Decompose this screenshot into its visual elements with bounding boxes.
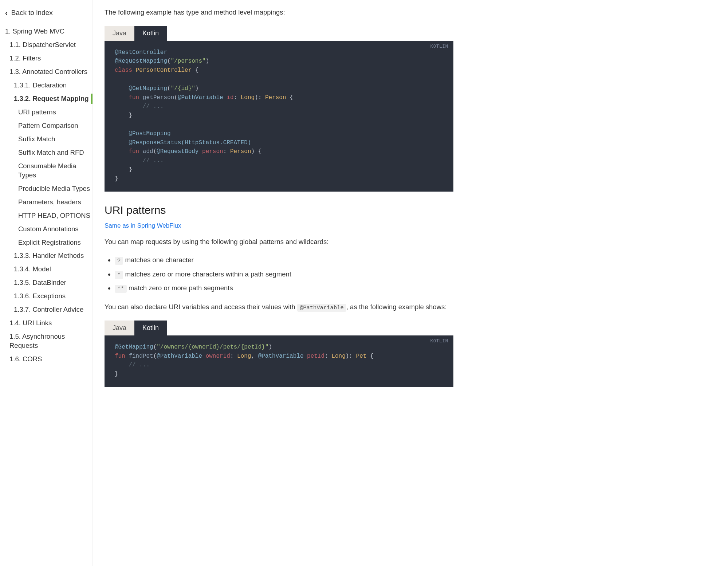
tab-kotlin[interactable]: Kotlin — [134, 26, 167, 41]
lang-badge: KOTLIN — [430, 338, 448, 343]
code-tabs: Java Kotlin — [105, 321, 453, 335]
toc-item: Producible Media Types — [5, 182, 93, 196]
chevron-left-icon: ‹ — [5, 9, 8, 16]
toc-link[interactable]: 1.3.3. Handler Methods — [5, 249, 93, 263]
toc-item: 1.5. Asynchronous Requests — [5, 330, 93, 353]
toc-link[interactable]: 1.4. URI Links — [5, 317, 93, 330]
toc-item: 1.6. CORS — [5, 353, 93, 366]
pattern-code: ? — [115, 257, 123, 265]
toc-link[interactable]: Suffix Match and RFD — [5, 146, 93, 160]
section-uri-patterns-title: URI patterns — [105, 204, 453, 216]
code-block: KOTLIN @RestController @RequestMapping("… — [105, 41, 453, 192]
toc-item: 1.1. DispatcherServlet — [5, 38, 93, 52]
toc-item: Suffix Match — [5, 133, 93, 146]
toc-link[interactable]: 1.3.7. Controller Advice — [5, 303, 93, 317]
toc-link[interactable]: Producible Media Types — [5, 182, 93, 196]
back-to-index-link[interactable]: ‹ Back to index — [5, 4, 93, 25]
code-example-1: Java Kotlin KOTLIN @RestController @Requ… — [105, 26, 453, 192]
tab-java[interactable]: Java — [105, 321, 134, 335]
toc-item: HTTP HEAD, OPTIONS — [5, 209, 93, 223]
code-example-2: Java Kotlin KOTLIN @GetMapping("/owners/… — [105, 321, 453, 387]
tab-java[interactable]: Java — [105, 26, 134, 41]
toc-link[interactable]: 1.3.4. Model — [5, 263, 93, 276]
toc-item: Explicit Registrations — [5, 236, 93, 249]
toc-item: Parameters, headers — [5, 196, 93, 209]
code-tabs: Java Kotlin — [105, 26, 453, 41]
pathvariable-code: @PathVariable — [297, 304, 346, 312]
toc-item: Consumable Media Types — [5, 160, 93, 182]
toc-link[interactable]: 1.3. Annotated Controllers — [5, 65, 93, 79]
toc-item: 1.3. Annotated Controllers — [5, 65, 93, 79]
pattern-code: ** — [115, 285, 127, 293]
toc-link[interactable]: Pattern Comparison — [5, 119, 93, 133]
pattern-bullet: ** match zero or more path segments — [115, 283, 453, 293]
main-content: The following example has type and metho… — [93, 0, 461, 387]
toc-item: 1. Spring Web MVC — [5, 25, 93, 38]
toc-link[interactable]: Parameters, headers — [5, 196, 93, 209]
tab-kotlin[interactable]: Kotlin — [134, 321, 167, 335]
webflux-link[interactable]: Same as in Spring WebFlux — [105, 222, 181, 229]
toc-link[interactable]: 1.1. DispatcherServlet — [5, 38, 93, 52]
toc-link[interactable]: 1.5. Asynchronous Requests — [5, 330, 93, 353]
pattern-code: * — [115, 271, 123, 279]
pattern-bullet-list: ? matches one character* matches zero or… — [115, 255, 453, 293]
toc-item: Pattern Comparison — [5, 119, 93, 133]
toc-link[interactable]: HTTP HEAD, OPTIONS — [5, 209, 93, 223]
toc-link[interactable]: 1.3.2. Request Mapping — [5, 92, 93, 106]
toc-link[interactable]: 1.2. Filters — [5, 52, 93, 65]
pattern-bullet: ? matches one character — [115, 255, 453, 265]
toc-item: 1.3.2. Request Mapping — [5, 92, 93, 106]
toc-link[interactable]: Custom Annotations — [5, 223, 93, 236]
pattern-bullet: * matches zero or more characters within… — [115, 269, 453, 279]
main-scroll[interactable]: The following example has type and metho… — [93, 0, 728, 566]
toc-item: 1.3.7. Controller Advice — [5, 303, 93, 317]
code-pre: @GetMapping("/owners/{ownerId}/pets/{pet… — [115, 343, 443, 379]
toc-link[interactable]: URI patterns — [5, 106, 93, 119]
toc-link[interactable]: 1.3.5. DataBinder — [5, 276, 93, 290]
toc-item: Custom Annotations — [5, 223, 93, 236]
toc-link[interactable]: Suffix Match — [5, 133, 93, 146]
toc-item: 1.3.4. Model — [5, 263, 93, 276]
toc-item: 1.2. Filters — [5, 52, 93, 65]
toc-link[interactable]: Consumable Media Types — [5, 160, 93, 182]
code-pre: @RestController @RequestMapping("/person… — [115, 48, 443, 184]
toc-item: URI patterns — [5, 106, 93, 119]
toc-link[interactable]: Explicit Registrations — [5, 236, 93, 249]
toc: 1. Spring Web MVC1.1. DispatcherServlet1… — [5, 25, 93, 366]
toc-item: 1.3.3. Handler Methods — [5, 249, 93, 263]
patterns-intro: You can map requests by using the follow… — [105, 237, 453, 247]
toc-item: 1.4. URI Links — [5, 317, 93, 330]
toc-link[interactable]: 1.3.1. Declaration — [5, 79, 93, 92]
toc-link[interactable]: 1. Spring Web MVC — [5, 25, 93, 38]
back-label: Back to index — [11, 9, 53, 17]
intro-paragraph: The following example has type and metho… — [105, 7, 453, 18]
toc-item: 1.3.6. Exceptions — [5, 290, 93, 303]
toc-link[interactable]: 1.3.6. Exceptions — [5, 290, 93, 303]
toc-item: 1.3.5. DataBinder — [5, 276, 93, 290]
toc-link[interactable]: 1.6. CORS — [5, 353, 93, 366]
sidebar-nav: ‹ Back to index 1. Spring Web MVC1.1. Di… — [0, 0, 93, 566]
pathvariable-para: You can also declare URI variables and a… — [105, 302, 453, 313]
toc-item: 1.3.1. Declaration — [5, 79, 93, 92]
lang-badge: KOTLIN — [430, 44, 448, 49]
code-block: KOTLIN @GetMapping("/owners/{ownerId}/pe… — [105, 335, 453, 387]
toc-item: Suffix Match and RFD — [5, 146, 93, 160]
